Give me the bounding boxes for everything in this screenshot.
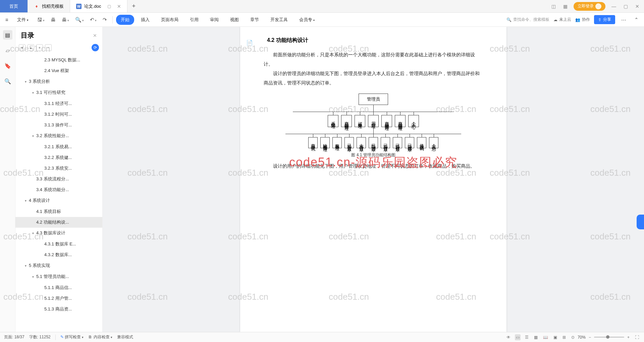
outline-item[interactable]: ▾3 系统分析 [15, 76, 102, 87]
redo-icon[interactable]: ↷ [101, 15, 109, 24]
menu-view[interactable]: 视图 [225, 15, 244, 25]
menu-review[interactable]: 审阅 [205, 15, 223, 25]
add-item-icon[interactable]: + [36, 44, 43, 51]
menu-start[interactable]: 开始 [116, 15, 134, 25]
collapse-ribbon-icon[interactable]: ⌃ [632, 15, 641, 24]
outline-item[interactable]: ▾3.1 可行性研究 [15, 87, 102, 98]
outline-item[interactable]: 3.2.3 系统安... [15, 163, 102, 174]
menu-ref[interactable]: 引用 [185, 15, 203, 25]
outline-item[interactable]: 3.2.1 系统易... [15, 141, 102, 152]
document-area[interactable]: 📄 4.2 功能结构设计 前面所做的功能分析，只是本系统的一个大概功能，这部分需… [103, 27, 644, 332]
focus-view-icon[interactable]: ▣ [552, 334, 558, 340]
org-node: 商品信息管理 [395, 115, 406, 127]
org-node: 个人中心 [408, 115, 419, 127]
menu-insert[interactable]: 插入 [136, 15, 154, 25]
outline-item[interactable]: 3.1.1 经济可... [15, 98, 102, 109]
sync-icon[interactable]: ⟳ [92, 44, 99, 51]
tab-home[interactable]: 首页 [0, 0, 28, 12]
spellcheck-button[interactable]: ✎ 拼写检查 ▾ [60, 334, 84, 340]
outline-item[interactable]: ▾4.3 数据库设计 [15, 228, 102, 239]
print-icon[interactable]: 🖶 [49, 15, 58, 24]
zoom-out-icon[interactable]: − [588, 334, 592, 340]
section-heading: 4.2 功能结构设计 [267, 37, 483, 44]
eye-icon[interactable]: 👁 [505, 334, 512, 340]
page-view-icon[interactable]: ▭ [515, 334, 521, 340]
outline-item[interactable]: 5.1.3 商品资... [15, 304, 102, 315]
outline-item[interactable]: ▾3.2 系统性能分... [15, 130, 102, 141]
outline-icon[interactable]: ▤ [3, 30, 12, 40]
outline-item[interactable]: 3.2.2 系统健... [15, 152, 102, 163]
org-node: 已发货订单 [344, 137, 354, 148]
web-view-icon[interactable]: ▦ [533, 334, 539, 340]
compat-mode[interactable]: 兼容模式 [117, 334, 133, 340]
word-count[interactable]: 字数: 11252 [29, 334, 51, 340]
hamburger-icon[interactable]: ≡ [3, 15, 10, 24]
remove-item-icon[interactable]: − [45, 44, 52, 51]
org-chart: 管理员 系统管理商品评价管理订单管理用户管理商品分类管理商品信息管理个人中心 商… [279, 94, 467, 158]
undo-icon[interactable]: ↶ [88, 15, 99, 24]
window-icon[interactable]: ▢ [107, 4, 111, 9]
outline-item[interactable]: ▾5 系统实现 [15, 260, 102, 271]
outline-item[interactable]: 5.1.1 商品信... [15, 282, 102, 293]
outline-item[interactable]: 2.3 MYSQL 数据... [15, 55, 102, 65]
cloud-status[interactable]: ☁ 未上云 [553, 17, 571, 22]
maximize-icon[interactable]: ▢ [622, 4, 629, 9]
close-panel-icon[interactable]: ✕ [93, 33, 97, 38]
search-panel-icon[interactable]: 🔍 [3, 76, 12, 86]
layout-icon[interactable]: ◫ [550, 4, 557, 9]
outline-item[interactable]: ▾5.1 管理员功能... [15, 271, 102, 282]
outline-item[interactable]: 4.1 系统目标 [15, 206, 102, 217]
menu-devtool[interactable]: 开发工具 [266, 15, 292, 25]
read-view-icon[interactable]: 📖 [542, 334, 549, 340]
outline-item[interactable]: 4.3.1 数据库 E... [15, 239, 102, 249]
coop-button[interactable]: 👥 协作 [575, 17, 590, 22]
zoom-reset-icon[interactable]: ⊙ [570, 334, 576, 340]
grid-view-icon[interactable]: ⊞ [561, 334, 567, 340]
outline-item[interactable]: 3.1.3 操作可... [15, 120, 102, 130]
tab-label: 论文.doc [84, 3, 101, 9]
zoom-in-icon[interactable]: + [626, 334, 631, 340]
close-icon[interactable]: ✕ [117, 4, 121, 9]
save-icon[interactable]: 🖫 [35, 15, 47, 24]
search-icon: 🔍 [506, 17, 512, 22]
outline-view-icon[interactable]: ☰ [524, 334, 530, 340]
add-tab-button[interactable]: + [127, 3, 141, 10]
tab-document[interactable]: W 论文.doc ▢ ✕ [70, 0, 127, 12]
close-window-icon[interactable]: ✕ [634, 4, 641, 9]
fullscreen-icon[interactable]: ⛶ [634, 334, 640, 340]
menu-file[interactable]: 文件▾ [12, 15, 33, 25]
collapse-all-icon[interactable]: ▾ [19, 44, 25, 51]
outline-item[interactable]: 5.1.2 用户管... [15, 293, 102, 304]
outline-item[interactable]: 3.4 系统功能分... [15, 184, 102, 195]
outline-item[interactable]: 4.2 功能结构设... [15, 217, 102, 228]
command-search[interactable]: 🔍 查找命令、搜索模板 [506, 17, 549, 22]
menu-chapter[interactable]: 章节 [246, 15, 264, 25]
minimize-icon[interactable]: — [610, 4, 618, 9]
menu-bar: ≡ 文件▾ 🖫 🖶 🖶 🔍 ↶ ↷ 开始 插入 页面布局 引用 审阅 视图 章节… [0, 13, 644, 27]
zoom-slider[interactable] [594, 337, 624, 338]
page-mark-icon[interactable]: 📄 [246, 40, 253, 46]
page: 📄 4.2 功能结构设计 前面所做的功能分析，只是本系统的一个大概功能，这部分需… [240, 27, 506, 332]
more-icon[interactable]: ⋯ [619, 15, 628, 24]
page-indicator[interactable]: 页面: 18/37 [4, 334, 24, 340]
zoom-control[interactable]: ⊙ 70% − + [570, 334, 631, 340]
tab-template[interactable]: ♦ 找稻壳模板 [28, 0, 70, 12]
bookmark-icon[interactable]: 🔖 [3, 61, 12, 70]
right-drawer-tab[interactable] [637, 215, 644, 229]
menu-layout[interactable]: 页面布局 [156, 15, 183, 25]
outline-item[interactable]: 3.1.2 时间可... [15, 109, 102, 120]
login-button[interactable]: 立即登录 [574, 2, 605, 11]
outline-item[interactable]: 2.4 Vue 框架 [15, 65, 102, 76]
content-check-button[interactable]: 🗎 内容检查 ▾ [88, 334, 112, 340]
print-preview-icon[interactable]: 🖶 [60, 15, 71, 24]
layers-icon[interactable]: ▱ [3, 46, 12, 55]
menu-member[interactable]: 会员专 [294, 15, 319, 25]
outline-item[interactable]: 4.3.2 数据库... [15, 249, 102, 260]
preview-icon[interactable]: 🔍 [73, 15, 86, 24]
apps-icon[interactable]: ▦ [562, 4, 569, 9]
outline-item[interactable]: ▾4 系统设计 [15, 195, 102, 206]
expand-all-icon[interactable]: ▴ [28, 44, 34, 51]
outline-item[interactable]: 3.3 系统流程分... [15, 174, 102, 184]
share-button[interactable]: ⇧ 分享 [594, 15, 615, 24]
outline-panel: 目录 ✕ ▾ ▴ + − ⟳ 2.3 MYSQL 数据...2.4 Vue 框架… [15, 27, 103, 332]
